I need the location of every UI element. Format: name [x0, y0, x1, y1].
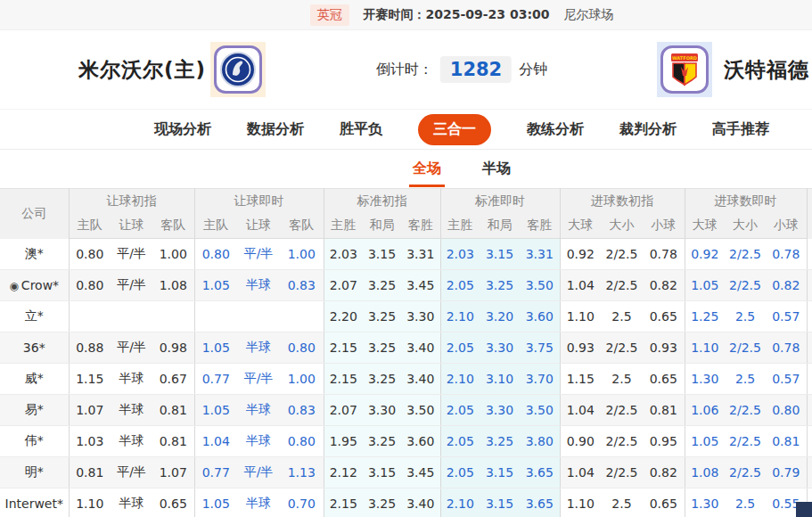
odds-cell[interactable]: 3.25 [363, 488, 401, 517]
odds-cell[interactable]: 0.93 [560, 332, 601, 364]
odds-cell[interactable]: 3.30 [363, 395, 401, 426]
odds-cell[interactable] [111, 301, 152, 332]
odds-cell[interactable]: 平/半 [111, 270, 152, 301]
odds-cell[interactable]: 半球 [111, 395, 152, 426]
odds-cell[interactable]: 2/2.5 [725, 239, 766, 270]
odds-cell[interactable]: 3.30 [480, 332, 520, 364]
odds-cell[interactable]: 2.15 [324, 364, 363, 395]
nav-tab-1[interactable]: 数据分析 [247, 120, 304, 139]
odds-cell[interactable]: 3.25 [363, 301, 401, 332]
odds-cell[interactable]: 2.15 [324, 488, 363, 517]
odds-cell[interactable]: 2/2.5 [601, 426, 643, 457]
odds-cell[interactable]: 2.05 [440, 395, 480, 426]
odds-cell[interactable]: 2.05 [440, 426, 480, 457]
odds-cell[interactable]: 1.25 [685, 301, 725, 332]
odds-cell[interactable]: 1.04 [560, 395, 601, 426]
odds-cell[interactable]: 0.80 [69, 270, 111, 301]
odds-cell[interactable]: 0.57 [766, 364, 807, 395]
odds-cell[interactable]: 1.10 [69, 488, 111, 517]
odds-cell[interactable]: 3.15 [480, 488, 520, 517]
odds-cell[interactable]: 0.80 [280, 332, 324, 364]
odds-cell[interactable]: 2/2.5 [601, 332, 643, 364]
odds-cell[interactable]: 2.5 [601, 488, 643, 517]
odds-cell[interactable]: 1.03 [69, 426, 111, 457]
odds-cell[interactable]: 0.78 [766, 332, 807, 364]
company-name[interactable]: 澳* [0, 239, 69, 270]
odds-cell[interactable]: 3.80 [520, 426, 560, 457]
odds-cell[interactable]: 2/2.5 [725, 395, 766, 426]
odds-cell[interactable] [237, 301, 280, 332]
odds-cell[interactable]: 3.25 [363, 332, 401, 364]
odds-cell[interactable]: 2/2.5 [601, 457, 643, 488]
odds-cell[interactable]: 3.25 [363, 270, 401, 301]
nav-tab-5[interactable]: 裁判分析 [619, 120, 677, 139]
odds-cell[interactable]: 1.07 [69, 395, 111, 426]
odds-cell[interactable]: 半球 [111, 426, 152, 457]
odds-cell[interactable]: 1.13 [280, 457, 324, 488]
odds-cell[interactable]: 2/2.5 [725, 270, 766, 301]
odds-cell[interactable]: 2.5 [601, 364, 643, 395]
odds-cell[interactable]: 3.15 [480, 239, 520, 270]
odds-cell[interactable]: 平/半 [237, 457, 280, 488]
odds-cell[interactable]: 3.25 [363, 364, 401, 395]
odds-cell[interactable]: 0.82 [643, 457, 685, 488]
odds-cell[interactable]: 0.81 [69, 457, 111, 488]
odds-cell[interactable]: 0.65 [643, 364, 685, 395]
odds-cell[interactable]: 2.20 [324, 301, 363, 332]
odds-cell[interactable]: 1.08 [152, 270, 194, 301]
odds-cell[interactable]: 2/2.5 [601, 270, 643, 301]
odds-cell[interactable]: 0.57 [766, 301, 807, 332]
odds-cell[interactable]: 1.05 [194, 270, 237, 301]
odds-cell[interactable]: 0.88 [69, 332, 111, 364]
scope-tab-1[interactable]: 半场 [482, 160, 511, 178]
back-to-top-button[interactable] [796, 502, 812, 517]
odds-cell[interactable]: 3.65 [520, 457, 560, 488]
odds-cell[interactable]: 1.05 [194, 332, 237, 364]
odds-cell[interactable]: 2.07 [324, 270, 363, 301]
odds-cell[interactable]: 3.70 [520, 364, 560, 395]
odds-cell[interactable]: 3.31 [401, 239, 440, 270]
odds-cell[interactable]: 0.78 [643, 239, 685, 270]
odds-cell[interactable]: 1.30 [685, 364, 725, 395]
odds-cell[interactable]: 1.04 [560, 270, 601, 301]
odds-cell[interactable]: 2.10 [440, 488, 480, 517]
odds-cell[interactable]: 0.67 [152, 364, 194, 395]
odds-cell[interactable]: 0.82 [766, 270, 807, 301]
odds-cell[interactable]: 3.40 [401, 332, 440, 364]
odds-cell[interactable]: 3.25 [480, 426, 520, 457]
odds-cell[interactable]: 半球 [237, 488, 280, 517]
odds-cell[interactable]: 0.65 [643, 488, 685, 517]
odds-cell[interactable]: 2.10 [440, 364, 480, 395]
company-name[interactable]: 易* [0, 395, 69, 426]
odds-cell[interactable]: 3.15 [480, 457, 520, 488]
odds-cell[interactable] [194, 301, 237, 332]
odds-cell[interactable]: 3.65 [520, 488, 560, 517]
odds-cell[interactable]: 平/半 [111, 457, 152, 488]
odds-cell[interactable]: 2.5 [725, 301, 766, 332]
odds-cell[interactable]: 0.92 [560, 239, 601, 270]
odds-cell[interactable]: 0.82 [643, 270, 685, 301]
odds-cell[interactable]: 1.05 [194, 488, 237, 517]
odds-cell[interactable]: 1.00 [280, 239, 324, 270]
company-name[interactable]: 36* [0, 332, 69, 364]
odds-cell[interactable]: 2.15 [324, 332, 363, 364]
odds-cell[interactable]: 0.77 [194, 364, 237, 395]
odds-cell[interactable]: 0.77 [194, 457, 237, 488]
odds-cell[interactable]: 2/2.5 [601, 395, 643, 426]
odds-cell[interactable]: 3.10 [480, 364, 520, 395]
odds-cell[interactable]: 3.45 [401, 457, 440, 488]
odds-cell[interactable]: 3.15 [363, 239, 401, 270]
odds-cell[interactable]: 0.90 [560, 426, 601, 457]
odds-cell[interactable]: 2.05 [440, 457, 480, 488]
odds-cell[interactable]: 1.05 [685, 270, 725, 301]
odds-cell[interactable]: 3.20 [480, 301, 520, 332]
odds-cell[interactable]: 2.5 [725, 364, 766, 395]
odds-cell[interactable]: 0.81 [152, 395, 194, 426]
odds-cell[interactable]: 3.31 [520, 239, 560, 270]
odds-cell[interactable]: 1.95 [324, 426, 363, 457]
odds-cell[interactable]: 2/2.5 [725, 332, 766, 364]
odds-cell[interactable] [152, 301, 194, 332]
odds-cell[interactable]: 0.65 [152, 488, 194, 517]
odds-cell[interactable]: 2.05 [440, 332, 480, 364]
odds-cell[interactable]: 2.07 [324, 395, 363, 426]
